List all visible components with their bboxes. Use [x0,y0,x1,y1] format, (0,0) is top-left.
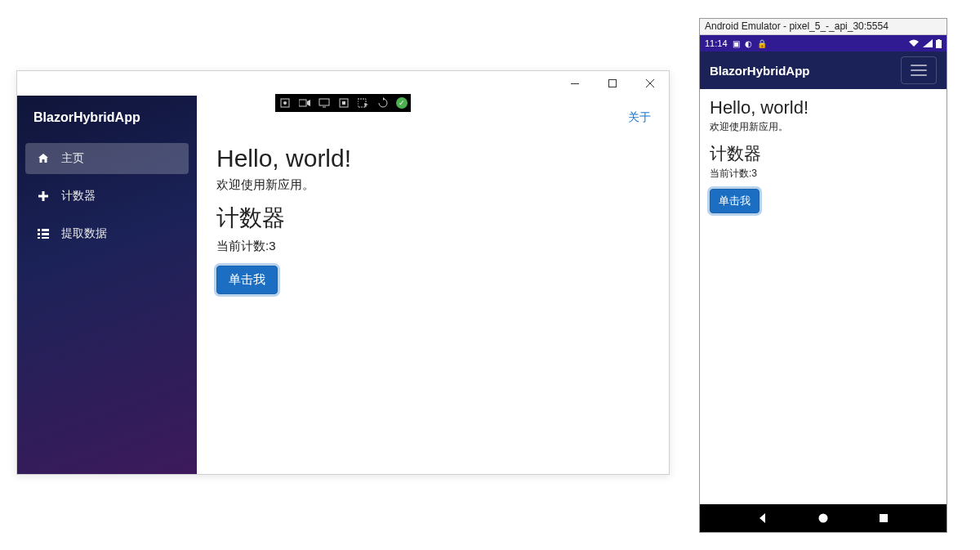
mobile-count-display: 当前计数:3 [710,167,937,181]
maximize-button[interactable] [594,71,631,96]
status-square-icon: ▣ [733,39,740,48]
hamburger-button[interactable] [901,56,937,84]
svg-rect-1 [609,80,617,87]
close-button[interactable] [631,71,669,96]
android-status-bar: 11:14 ▣ ◐ 🔒 [700,35,947,51]
svg-rect-15 [42,229,49,231]
count-display: 当前计数:3 [216,239,649,254]
selector-icon[interactable] [357,96,370,110]
display-icon[interactable] [318,96,331,110]
svg-rect-14 [38,229,40,231]
counter-heading: 计数器 [216,203,649,234]
sidebar-item-fetchdata[interactable]: 提取数据 [25,218,189,249]
sidebar-item-label: 主页 [61,151,84,166]
sidebar-item-label: 提取数据 [61,226,107,241]
status-lock-icon: 🔒 [757,39,767,48]
mobile-count-label: 当前计数: [710,168,751,179]
sidebar-item-label: 计数器 [61,189,96,203]
plus-icon [37,190,50,203]
android-nav-bar [700,504,947,532]
mobile-content: Hello, world! 欢迎使用新应用。 计数器 当前计数:3 单击我 [700,89,947,504]
svg-rect-23 [880,514,888,522]
app-brand: BlazorHybridApp [17,96,197,143]
svg-point-22 [819,514,828,523]
desktop-window: ✓ BlazorHybridApp 主页 计数器 [16,70,670,475]
android-emulator: Android Emulator - pixel_5_-_api_30:5554… [699,18,947,533]
svg-rect-10 [342,101,345,105]
mobile-counter-heading: 计数器 [710,142,937,165]
main-panel: 关于 Hello, world! 欢迎使用新应用。 计数器 当前计数:3 单击我 [197,96,669,474]
mobile-brand: BlazorHybridApp [710,64,810,78]
svg-rect-11 [358,99,366,107]
screenshot-icon[interactable] [337,96,350,110]
window-titlebar [17,71,669,96]
vs-debug-toolbar: ✓ [275,94,411,112]
wifi-icon [908,39,920,47]
sidebar-item-counter[interactable]: 计数器 [25,181,189,212]
check-icon[interactable]: ✓ [396,97,408,109]
signal-icon [923,39,933,47]
settings-icon[interactable] [278,96,292,110]
android-recents-button[interactable] [878,512,889,524]
emulator-title: Android Emulator - pixel_5_-_api_30:5554 [700,19,947,35]
android-home-button[interactable] [817,512,829,524]
svg-rect-18 [38,237,40,239]
sidebar: BlazorHybridApp 主页 计数器 [17,96,197,474]
mobile-heading: Hello, world! [710,97,937,118]
page-heading: Hello, world! [216,145,649,172]
battery-icon [936,39,942,48]
svg-rect-7 [319,99,329,105]
mobile-header: BlazorHybridApp [700,51,947,89]
status-time: 11:14 [705,38,728,48]
svg-rect-20 [936,40,942,48]
svg-rect-0 [571,83,579,84]
svg-rect-13 [38,195,48,198]
minimize-button[interactable] [556,71,594,96]
count-label: 当前计数: [216,239,269,253]
count-value: 3 [269,239,275,253]
svg-rect-16 [38,233,40,235]
sync-icon[interactable] [376,96,390,110]
svg-rect-6 [299,100,306,106]
svg-point-5 [283,101,287,105]
sidebar-nav: 主页 计数器 提取数据 [17,143,197,249]
about-link[interactable]: 关于 [628,110,651,125]
mobile-welcome: 欢迎使用新应用。 [710,120,937,134]
sidebar-item-home[interactable]: 主页 [25,143,189,174]
home-icon [37,152,50,165]
svg-rect-19 [42,237,49,239]
hamburger-icon [911,65,927,76]
svg-rect-17 [42,233,49,235]
android-back-button[interactable] [757,512,768,524]
list-icon [37,227,50,240]
status-clock-icon: ◐ [745,39,752,48]
mobile-count-value: 3 [751,168,757,179]
click-me-button[interactable]: 单击我 [216,266,278,294]
svg-rect-21 [938,39,940,40]
mobile-click-me-button[interactable]: 单击我 [710,189,760,213]
welcome-text: 欢迎使用新应用。 [216,177,649,193]
record-icon[interactable] [298,96,311,110]
